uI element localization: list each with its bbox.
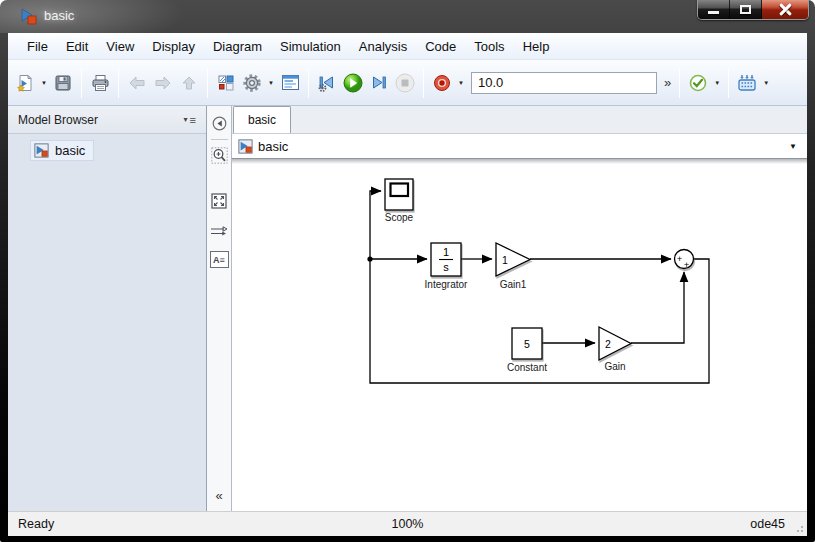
minimize-icon	[708, 11, 719, 14]
menu-analysis[interactable]: Analysis	[350, 36, 416, 57]
tree-item-basic[interactable]: basic	[30, 140, 94, 161]
constant-value: 5	[524, 338, 530, 350]
fit-to-view-icon	[211, 193, 227, 209]
new-model-icon	[16, 74, 34, 92]
library-browser-button[interactable]	[213, 70, 239, 96]
constant-label: Constant	[507, 362, 547, 373]
fast-restart-dropdown[interactable]: ▼	[760, 70, 772, 96]
menu-file[interactable]: File	[18, 36, 57, 57]
up-to-parent-button[interactable]	[176, 70, 202, 96]
fast-restart-icon	[737, 73, 757, 93]
menu-help[interactable]: Help	[514, 36, 559, 57]
step-forward-button[interactable]	[366, 70, 392, 96]
panel-menu-button[interactable]: ▾ ≡	[184, 114, 196, 126]
diagram-canvas[interactable]: 1 s 1 5 2 + + Scope Integrator	[232, 159, 807, 511]
back-button[interactable]	[124, 70, 150, 96]
menu-bar: File Edit View Display Diagram Simulatio…	[8, 33, 807, 60]
hide-browser-button[interactable]	[210, 114, 229, 133]
save-icon	[54, 74, 72, 92]
zoom-in-icon	[211, 147, 228, 164]
model-browser-panel: Model Browser ▾ ≡ basic	[8, 106, 207, 511]
toolbar-separator	[308, 68, 309, 98]
model-browser-title: Model Browser	[18, 113, 98, 127]
library-browser-icon	[217, 74, 235, 92]
fast-restart-button[interactable]	[734, 70, 760, 96]
step-back-icon	[317, 73, 337, 93]
main-area: Model Browser ▾ ≡ basic	[8, 106, 807, 511]
model-configuration-dropdown[interactable]: ▼	[265, 70, 277, 96]
toolbar-overflow-chevron[interactable]: »	[661, 75, 674, 90]
menu-simulation[interactable]: Simulation	[271, 36, 350, 57]
record-button[interactable]	[429, 70, 455, 96]
new-model-dropdown[interactable]: ▼	[38, 70, 50, 96]
forward-arrow-icon	[153, 74, 173, 92]
integrator-label: Integrator	[425, 279, 468, 290]
menu-display[interactable]: Display	[143, 36, 204, 57]
forward-button[interactable]	[150, 70, 176, 96]
zoom-level: 100%	[8, 517, 807, 531]
scope-block[interactable]	[385, 179, 413, 210]
tab-basic[interactable]: basic	[233, 106, 291, 133]
work-area: basic basic ▼	[232, 106, 807, 511]
minimize-button[interactable]	[698, 0, 730, 19]
step-forward-icon	[369, 73, 389, 93]
menu-view[interactable]: View	[97, 36, 143, 57]
breadcrumb-bar[interactable]: basic ▼	[232, 134, 807, 159]
model-explorer-icon	[281, 74, 300, 91]
simulink-window: basic File Edit View Display Diagram Sim…	[0, 0, 815, 542]
run-button[interactable]	[340, 70, 366, 96]
simulink-model-icon	[20, 8, 37, 25]
block-diagram: 1 s 1 5 2 + + Scope Integrator	[232, 159, 806, 511]
close-button[interactable]	[762, 0, 808, 19]
stop-button[interactable]	[392, 70, 418, 96]
toolbar-separator	[423, 68, 424, 98]
record-icon	[432, 73, 452, 93]
annotation-button[interactable]: A≡	[210, 251, 229, 268]
title-bar[interactable]: basic	[0, 0, 815, 33]
gain-value: 2	[605, 338, 611, 350]
branch-point	[367, 256, 372, 261]
new-model-button[interactable]	[12, 70, 38, 96]
zoom-in-button[interactable]	[210, 146, 229, 165]
collapse-browser-button[interactable]: «	[215, 488, 222, 503]
save-button[interactable]	[50, 70, 76, 96]
integrator-denominator: s	[443, 261, 449, 273]
canvas-palette: A≡ «	[207, 106, 232, 511]
breadcrumb-label: basic	[258, 139, 288, 154]
gain-block[interactable]	[599, 327, 631, 360]
window-title: basic	[44, 8, 74, 23]
simulation-stop-time-input[interactable]	[471, 72, 657, 94]
fit-to-view-button[interactable]	[210, 191, 229, 210]
scope-label: Scope	[385, 212, 414, 223]
gain1-label: Gain1	[500, 279, 527, 290]
model-advisor-dropdown[interactable]: ▼	[711, 70, 723, 96]
menu-diagram[interactable]: Diagram	[204, 36, 271, 57]
up-arrow-icon	[180, 74, 198, 92]
simulink-model-icon	[238, 139, 253, 154]
model-explorer-button[interactable]	[277, 70, 303, 96]
simulink-model-icon	[34, 143, 49, 158]
back-arrow-icon	[127, 74, 147, 92]
step-back-button[interactable]	[314, 70, 340, 96]
model-advisor-button[interactable]	[685, 70, 711, 96]
client-area: File Edit View Display Diagram Simulatio…	[8, 33, 807, 536]
resize-grip[interactable]	[794, 523, 804, 533]
print-button[interactable]	[87, 70, 113, 96]
signal-lines-button[interactable]	[210, 221, 229, 240]
model-browser-header: Model Browser ▾ ≡	[8, 106, 206, 134]
window-controls	[697, 0, 809, 20]
close-icon	[779, 3, 792, 16]
menu-code[interactable]: Code	[416, 36, 465, 57]
gain-label: Gain	[604, 361, 625, 372]
panel-menu-arrow-icon: ▾	[184, 115, 188, 124]
stop-icon	[394, 72, 416, 94]
sum-sign-bottom: +	[684, 259, 690, 270]
tree-item-label: basic	[55, 143, 85, 158]
menu-tools[interactable]: Tools	[465, 36, 513, 57]
sum-sign-left: +	[677, 253, 683, 264]
menu-edit[interactable]: Edit	[57, 36, 97, 57]
model-configuration-button[interactable]	[239, 70, 265, 96]
maximize-button[interactable]	[730, 0, 762, 19]
record-dropdown[interactable]: ▼	[455, 70, 467, 96]
breadcrumb-dropdown[interactable]: ▼	[789, 142, 797, 151]
